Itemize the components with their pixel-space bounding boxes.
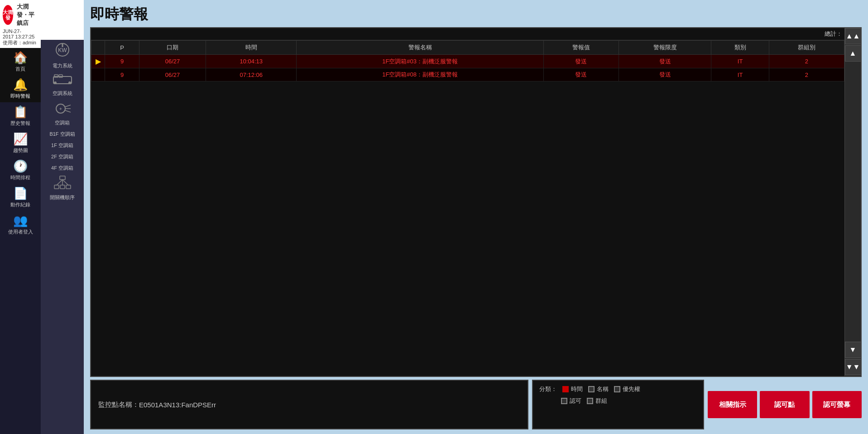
nav-home[interactable]: 🏠 首頁	[0, 48, 41, 75]
related-button[interactable]: 相關指示	[708, 391, 757, 418]
cb-confirm[interactable]: 認可	[561, 397, 581, 405]
submenu-power[interactable]: KW 電力系統	[41, 40, 84, 71]
col-p: P	[105, 41, 139, 55]
history-icon: 📋	[13, 105, 28, 119]
col-value: 警報值	[543, 41, 619, 55]
scroll-up-button[interactable]: ▲	[845, 45, 861, 62]
svg-line-18	[62, 180, 68, 185]
classification-label: 分類：	[539, 385, 557, 393]
nav-history-alarm[interactable]: 📋 歷史警報	[0, 102, 41, 129]
logo-icon: 大潤發	[3, 5, 13, 25]
table-row[interactable]: ▶ 9 06/27 10:04:13 1F空調箱#03：副機泛服警報 發送 發送…	[91, 55, 844, 68]
row1-limit: 發送	[619, 55, 711, 68]
checkbox-confirm-icon	[561, 398, 567, 404]
svg-text:+: +	[59, 106, 62, 111]
cb-group[interactable]: 群組	[587, 397, 607, 405]
submenu-ac-system[interactable]: 空調系統	[41, 71, 84, 99]
checkbox-priority-icon	[614, 386, 620, 392]
row2-name: 1F空調箱#08：副機泛服警報	[297, 68, 543, 81]
switch-icon	[53, 175, 72, 192]
svg-line-9	[65, 105, 71, 107]
row2-p: 9	[105, 68, 139, 81]
alert-container: 總計： 2 / 2 P 口期 時間 警報名稱 警報值 警報限度 類別 群組別	[90, 27, 862, 377]
submenu-1f[interactable]: 1F 空調箱	[41, 139, 84, 151]
user-display: 使用者：admin	[3, 39, 38, 46]
classification-row2: 認可 群組	[539, 397, 697, 405]
col-arrow	[91, 41, 105, 55]
action-buttons-panel: 相關指示 認可點 認可螢幕	[708, 380, 862, 429]
row2-value: 發送	[543, 68, 619, 81]
checkbox-group-icon	[587, 398, 593, 404]
nav-realtime-alarm[interactable]: 🔔 即時警報	[0, 75, 41, 102]
col-time: 時間	[206, 41, 297, 55]
schedule-icon: 🕐	[13, 159, 28, 173]
table-wrapper: P 口期 時間 警報名稱 警報值 警報限度 類別 群組別 ▶ 9 06/27	[91, 40, 861, 376]
total-count-row: 總計： 2 / 2	[91, 28, 861, 40]
svg-line-11	[65, 110, 71, 112]
date-display: JUN-27-2017 13:27:25	[3, 29, 38, 39]
classification-box: 分類： 時間 名稱 優先權 認可	[532, 380, 704, 429]
svg-rect-16	[66, 185, 71, 189]
sidebar: 大潤發 大潤發・平鎮店 JUN-27-2017 13:27:25 使用者：adm…	[0, 0, 84, 434]
trend-icon: 📈	[13, 132, 28, 146]
scroll-down-button[interactable]: ▼	[845, 342, 861, 358]
log-icon: 📄	[13, 186, 28, 200]
row1-time: 10:04:13	[206, 55, 297, 68]
page-title: 即時警報	[90, 5, 862, 24]
monitor-point-box: 監控點名稱： E0501A3N13:FanDPSErr	[90, 380, 528, 429]
checkbox-time-icon	[562, 386, 569, 392]
ac-box-icon: +	[53, 100, 72, 118]
row1-date: 06/27	[139, 55, 206, 68]
row1-name: 1F空調箱#03：副機泛服警報	[297, 55, 543, 68]
cb-time[interactable]: 時間	[562, 385, 583, 393]
right-submenu: KW 電力系統 空調系統	[41, 0, 84, 434]
svg-point-7	[68, 81, 71, 84]
row1-p: 9	[105, 55, 139, 68]
submenu-b1f[interactable]: B1F 空調箱	[41, 128, 84, 139]
row2-time: 07:12:06	[206, 68, 297, 81]
svg-rect-14	[54, 185, 59, 189]
cb-name[interactable]: 名稱	[588, 385, 609, 393]
home-icon: 🏠	[13, 51, 28, 65]
confirm-screen-button[interactable]: 認可螢幕	[812, 391, 862, 418]
row2-date: 06/27	[139, 68, 206, 81]
nav-user-login[interactable]: 👥 使用者登入	[0, 211, 41, 238]
logo-area: 大潤發 大潤發・平鎮店 JUN-27-2017 13:27:25 使用者：adm…	[0, 0, 41, 48]
left-nav: 大潤發 大潤發・平鎮店 JUN-27-2017 13:27:25 使用者：adm…	[0, 0, 41, 434]
power-icon: KW	[53, 42, 72, 61]
col-group: 群組別	[769, 41, 844, 55]
row1-category: IT	[711, 55, 769, 68]
monitor-value: E0501A3N13:FanDPSErr	[139, 401, 216, 409]
row2-category: IT	[711, 68, 769, 81]
svg-rect-13	[60, 176, 65, 180]
col-date: 口期	[139, 41, 206, 55]
submenu-ac-box[interactable]: + 空調箱	[41, 99, 84, 128]
scroll-bottom-button[interactable]: ▼▼	[845, 359, 861, 375]
main-content: 即時警報 總計： 2 / 2 P 口期 時間 警報名稱 警報值 警報限度	[84, 0, 868, 434]
svg-text:KW: KW	[58, 47, 67, 53]
svg-point-6	[54, 81, 57, 84]
ac-system-icon	[53, 73, 72, 88]
nav-action-log[interactable]: 📄 動作紀錄	[0, 184, 41, 211]
svg-line-17	[57, 180, 62, 185]
row1-value: 發送	[543, 55, 619, 68]
cb-priority[interactable]: 優先權	[614, 385, 640, 393]
col-name: 警報名稱	[297, 41, 543, 55]
col-limit: 警報限度	[619, 41, 711, 55]
submenu-4f[interactable]: 4F 空調箱	[41, 162, 84, 173]
nav-trend[interactable]: 📈 趨勢圖	[0, 129, 41, 157]
submenu-2f[interactable]: 2F 空調箱	[41, 151, 84, 162]
scroll-panel: ▲▲ ▲ ▼ ▼▼	[844, 28, 861, 376]
right-logo-placeholder	[41, 0, 84, 40]
row2-arrow	[91, 68, 105, 81]
submenu-switch-seq[interactable]: 開關機順序	[41, 173, 84, 203]
table-row[interactable]: 9 06/27 07:12:06 1F空調箱#08：副機泛服警報 發送 發送 I…	[91, 68, 844, 81]
scroll-top-button[interactable]: ▲▲	[845, 28, 861, 44]
nav-schedule[interactable]: 🕐 時間排程	[0, 157, 41, 184]
bottom-panel: 監控點名稱： E0501A3N13:FanDPSErr 分類： 時間 名稱 優先…	[90, 380, 862, 429]
confirm-point-button[interactable]: 認可點	[760, 391, 809, 418]
col-category: 類別	[711, 41, 769, 55]
row2-limit: 發送	[619, 68, 711, 81]
row1-group: 2	[769, 55, 844, 68]
user-icon: 👥	[13, 214, 28, 228]
